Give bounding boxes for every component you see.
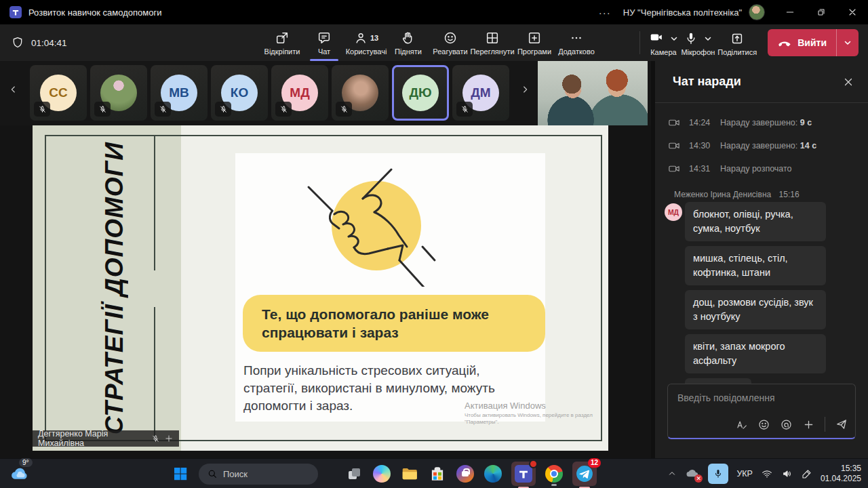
windows-activation-watermark: Активация Windows [465, 401, 546, 411]
share-icon [730, 31, 745, 46]
live-video-tile[interactable] [538, 61, 648, 125]
view-grid-icon [485, 30, 500, 45]
weather-widget[interactable]: 9° [9, 463, 30, 483]
microsoft-store-icon[interactable] [428, 464, 447, 483]
raise-hand-button[interactable]: Підняти [387, 24, 429, 61]
chat-message[interactable]: мишка, стілець, стіл, кофтинка, штани [685, 246, 826, 285]
presentation-slide: СТРАТЕГІЇ ДОПОМОГИ [33, 125, 608, 451]
react-button[interactable]: Реагувати [429, 24, 471, 61]
participant-tile-speaking[interactable]: ДЮ [392, 65, 449, 121]
tray-chevron-up-icon[interactable] [667, 469, 677, 479]
strip-prev-button[interactable] [8, 83, 19, 96]
taskbar-clock[interactable]: 15:35 01.04.2025 [821, 464, 861, 484]
tray-time: 15:35 [821, 464, 861, 474]
chat-button[interactable]: Чат [303, 24, 345, 61]
mic-off-icon [34, 102, 50, 117]
task-view-button[interactable] [344, 464, 363, 483]
slide-card: Те, що допомогало раніше може спрацювати… [235, 153, 545, 422]
volume-icon[interactable] [781, 468, 793, 479]
sender-name: Меженко Ірина Денисівна [674, 190, 771, 199]
leave-options-chevron[interactable] [837, 39, 859, 47]
leave-button[interactable]: Вийти [768, 29, 859, 56]
edge-icon[interactable] [484, 464, 502, 483]
participant-tile[interactable]: КО [211, 65, 268, 121]
participants-button[interactable]: 13 Користувачі [345, 24, 387, 61]
emoji-icon[interactable] [757, 418, 770, 431]
chrome-icon[interactable] [545, 464, 564, 483]
presenter-name-pill: Дегтяренко Марія Михайлівна [33, 430, 179, 447]
meeting-event: 14:30 Нараду завершено: 14 с [655, 134, 868, 157]
pen-icon[interactable] [802, 468, 812, 479]
chat-message[interactable]: блокнот, олівці, ручка, сумка, ноутбук [685, 202, 826, 241]
windows-taskbar: 9° 12 [0, 458, 868, 488]
send-icon[interactable] [835, 418, 848, 431]
minimize-button[interactable] [774, 0, 806, 24]
participant-tile[interactable] [332, 65, 389, 121]
apps-button[interactable]: Програми [513, 24, 555, 61]
account-name: НУ "Чернігівська політехніка" [623, 7, 742, 18]
video-event-icon [667, 117, 681, 129]
react-smiley-icon [443, 30, 458, 45]
language-indicator[interactable]: УКР [736, 469, 753, 479]
titlebar-overflow-menu[interactable]: ··· [587, 7, 623, 18]
participant-tile[interactable]: СС [30, 65, 87, 121]
message-group-header: Меженко Ірина Денисівна 15:16 [674, 190, 868, 199]
microphone-button[interactable]: Мікрофон [681, 30, 715, 56]
message-time: 15:16 [779, 190, 800, 199]
popout-icon [275, 30, 290, 45]
participants-count: 13 [370, 34, 378, 42]
participant-tile[interactable]: ДМ [452, 65, 509, 121]
meeting-toolbar: 01:04:41 Відкріпити Чат 13 Користувачі П… [0, 24, 868, 61]
mic-off-icon [94, 102, 111, 117]
tray-mic-button[interactable] [708, 464, 728, 484]
more-ellipsis-icon [569, 30, 584, 45]
mic-off-icon [215, 102, 231, 117]
hangup-icon [777, 35, 792, 52]
participant-tile[interactable] [90, 65, 147, 121]
popout-button[interactable]: Відкріпити [261, 24, 303, 61]
wifi-icon[interactable] [761, 468, 773, 479]
copilot-icon[interactable] [372, 464, 391, 483]
avatar: ДЮ [402, 75, 439, 111]
start-button[interactable] [171, 464, 190, 483]
camera-button[interactable]: Камера [648, 30, 678, 56]
close-window-button[interactable] [837, 0, 868, 24]
account-avatar[interactable] [749, 4, 765, 20]
onedrive-error-icon[interactable]: ✕ [685, 466, 700, 481]
camera-options-chevron[interactable] [670, 35, 678, 43]
file-explorer-icon[interactable] [400, 464, 419, 483]
telegram-taskbar-icon[interactable]: 12 [572, 462, 597, 486]
slide-banner: Те, що допомогало раніше може спрацювати… [243, 295, 545, 352]
participant-strip: СС МВ КО МД [0, 61, 651, 125]
shared-screen-stage: СТРАТЕГІЇ ДОПОМОГИ [0, 125, 651, 458]
telegram-badge: 12 [588, 458, 601, 468]
chat-close-button[interactable] [842, 76, 854, 88]
chat-message[interactable]: квіти, запах мокрого асфальту [685, 334, 826, 373]
meeting-chat-panel: Чат наради 14:24 Нараду завершено: 9 с 1… [651, 61, 868, 458]
secure-browser-icon[interactable] [456, 464, 475, 483]
toolbar-divider [639, 31, 640, 54]
more-button[interactable]: Додатково [555, 24, 597, 61]
microphone-options-chevron[interactable] [704, 35, 712, 43]
sender-avatar: МД [665, 203, 682, 221]
share-button[interactable]: Поділитися [717, 30, 757, 56]
camera-icon [648, 30, 665, 47]
titlebar: Розвиток навичок самодопомоги ··· НУ "Че… [0, 0, 868, 24]
participant-tile[interactable]: МД [271, 65, 328, 121]
restore-button[interactable] [806, 0, 837, 24]
chat-message-input[interactable] [668, 384, 855, 411]
teams-taskbar-icon[interactable] [511, 462, 536, 486]
taskbar-search[interactable] [199, 464, 318, 485]
chat-message[interactable]: дощ, розмови сусідів, звук з ноутбуку [685, 290, 826, 329]
mic-off-icon [275, 102, 292, 117]
pin-plus-icon[interactable] [164, 434, 174, 443]
strip-next-button[interactable] [519, 83, 530, 96]
view-button[interactable]: Переглянути [471, 24, 513, 61]
attach-plus-icon[interactable] [802, 418, 815, 431]
video-event-icon [667, 140, 681, 152]
handshake-illustration [290, 161, 459, 287]
loop-icon[interactable] [780, 418, 793, 431]
format-icon[interactable] [735, 418, 748, 431]
participant-tile[interactable]: МВ [151, 65, 208, 121]
search-input[interactable] [223, 469, 310, 479]
